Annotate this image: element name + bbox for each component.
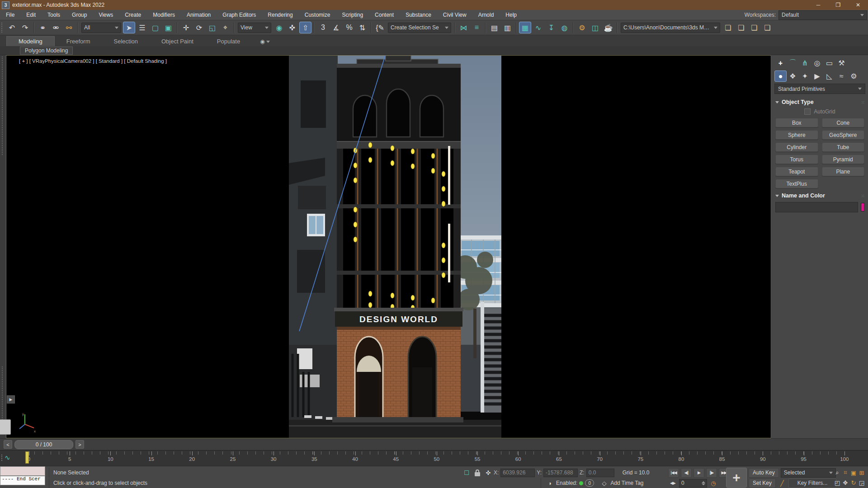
menu-item-help[interactable]: Help xyxy=(500,10,523,20)
track-bar[interactable]: ∿ 05101520253035404550556065707580859095… xyxy=(0,450,868,466)
next-frame-arrow[interactable]: > xyxy=(75,440,84,449)
select-and-manipulate-icon[interactable]: ✜ xyxy=(286,22,298,33)
new-key-tangent-icon[interactable]: ╱ xyxy=(778,479,787,488)
tab-populate[interactable]: Populate xyxy=(205,37,252,46)
x-coordinate-field[interactable]: 6039.926 xyxy=(500,469,535,477)
render-production-icon[interactable]: ☕ xyxy=(602,22,614,33)
key-mode-toggle-icon[interactable]: ◀▶ xyxy=(668,479,677,488)
menu-item-tools[interactable]: Tools xyxy=(42,10,66,20)
menu-item-scripting[interactable]: Scripting xyxy=(336,10,369,20)
layer-explorer-icon[interactable]: ▥ xyxy=(501,22,514,33)
menu-item-create[interactable]: Create xyxy=(119,10,147,20)
ribbon-toggle-icon[interactable]: ▦ xyxy=(519,22,531,33)
go-to-start-button[interactable]: |◀◀ xyxy=(668,468,679,478)
menu-item-customize[interactable]: Customize xyxy=(299,10,336,20)
primitive-category-dropdown[interactable]: Standard Primitives xyxy=(774,84,865,94)
next-frame-button[interactable]: ||▶ xyxy=(706,468,717,478)
pan-icon[interactable]: ✥ xyxy=(841,479,849,487)
select-object-icon[interactable]: ➤ xyxy=(123,22,135,33)
object-type-textplus[interactable]: TextPlus xyxy=(775,179,818,188)
create-tab-icon[interactable]: + xyxy=(774,57,787,69)
zoom-icon[interactable]: ⌕ xyxy=(833,469,841,477)
tab-freeform[interactable]: Freeform xyxy=(55,37,102,46)
keyboard-shortcut-override-icon[interactable]: ⇧ xyxy=(299,22,311,33)
timeline-ruler[interactable]: 0510152025303540455055606570758085909510… xyxy=(24,450,850,466)
select-and-move-icon[interactable]: ✛ xyxy=(180,22,192,33)
object-type-tube[interactable]: Tube xyxy=(822,142,865,152)
maxscript-mini-listener-white[interactable]: ---- End Scer xyxy=(0,476,45,485)
zoom-extents-icon[interactable]: ▣ xyxy=(849,469,858,477)
zoom-all-icon[interactable]: ⌗ xyxy=(841,469,849,477)
isolate-selection-icon[interactable]: ☐ xyxy=(462,468,471,477)
object-type-rollout-header[interactable]: Object Type ⁙ xyxy=(774,98,865,107)
angle-snap-toggle-icon[interactable]: ∡ xyxy=(330,22,342,33)
current-frame-spinner[interactable]: 0 xyxy=(679,479,707,488)
key-filters-button[interactable]: Key Filters... xyxy=(788,479,836,488)
selection-filter-dropdown[interactable]: All xyxy=(81,23,121,33)
previous-frame-button[interactable]: ◀|| xyxy=(681,468,692,478)
curve-editor-icon[interactable]: ∿ xyxy=(532,22,544,33)
tab-object-paint[interactable]: Object Paint xyxy=(150,37,205,46)
select-and-place-icon[interactable]: ⌖ xyxy=(219,22,231,33)
viewport-flyout-arrow[interactable]: ▶ xyxy=(7,395,15,404)
object-type-pyramid[interactable]: Pyramid xyxy=(822,155,865,164)
auto-key-button[interactable]: Auto Key xyxy=(749,468,779,478)
toolbar-drag-handle[interactable] xyxy=(1,22,3,33)
object-type-sphere[interactable]: Sphere xyxy=(775,130,818,140)
selection-lock-icon[interactable] xyxy=(473,468,482,477)
time-tag-count[interactable]: 0 xyxy=(585,479,594,487)
tab-selection[interactable]: Selection xyxy=(102,37,150,46)
select-and-link-icon[interactable]: ⚭ xyxy=(37,22,49,33)
space-warps-category-icon[interactable]: ≈ xyxy=(835,70,848,82)
scene-explorer-icon[interactable]: ▤ xyxy=(488,22,500,33)
tab-modeling[interactable]: Modeling xyxy=(6,36,55,46)
autogrid-checkbox[interactable] xyxy=(804,108,811,115)
menu-item-civil-view[interactable]: Civil View xyxy=(437,10,472,20)
scene-script-icon-3[interactable]: ❏ xyxy=(748,22,760,33)
hierarchy-tab-icon[interactable]: ⋔ xyxy=(799,57,811,69)
object-type-geosphere[interactable]: GeoSphere xyxy=(822,130,865,140)
object-type-torus[interactable]: Torus xyxy=(775,155,818,164)
menu-item-content[interactable]: Content xyxy=(369,10,400,20)
add-time-tag[interactable]: Add Time Tag xyxy=(610,480,643,486)
helpers-category-icon[interactable]: ◺ xyxy=(823,70,835,82)
object-type-box[interactable]: Box xyxy=(775,118,818,127)
close-button[interactable]: ✕ xyxy=(848,0,868,10)
menu-item-views[interactable]: Views xyxy=(93,10,119,20)
maximize-viewport-icon[interactable]: ◲ xyxy=(858,479,866,487)
object-name-field[interactable] xyxy=(775,202,858,212)
modify-tab-icon[interactable]: ⌒ xyxy=(787,57,799,69)
set-keys-button[interactable]: + xyxy=(726,468,747,488)
object-type-cylinder[interactable]: Cylinder xyxy=(775,142,818,152)
rectangular-selection-region-icon[interactable]: ▢ xyxy=(149,22,161,33)
bind-to-space-warp-icon[interactable]: ⚯ xyxy=(63,22,75,33)
zoom-extents-all-icon[interactable]: ⊞ xyxy=(858,469,866,477)
maxscript-mini-listener-pink[interactable] xyxy=(0,466,45,476)
menu-item-group[interactable]: Group xyxy=(66,10,93,20)
viewport-layout-tab[interactable] xyxy=(0,419,11,435)
menu-item-rendering[interactable]: Rendering xyxy=(262,10,298,20)
transform-type-in-icon[interactable]: ✜ xyxy=(484,468,493,477)
menu-item-graph-editors[interactable]: Graph Editors xyxy=(217,10,262,20)
menu-item-substance[interactable]: Substance xyxy=(400,10,437,20)
percent-snap-toggle-icon[interactable]: % xyxy=(343,22,355,33)
reference-coordinate-system-dropdown[interactable]: View xyxy=(238,23,271,33)
polygon-modeling-panel[interactable]: Polygon Modeling xyxy=(20,47,73,55)
time-slider-grip[interactable]: 0 / 100 xyxy=(14,440,73,449)
cameras-category-icon[interactable]: ▶ xyxy=(811,70,823,82)
use-pivot-point-center-icon[interactable]: ◉ xyxy=(273,22,285,33)
edit-named-selection-sets-icon[interactable]: {✎ xyxy=(374,22,386,33)
name-color-rollout-header[interactable]: Name and Color ⁙ xyxy=(774,191,865,200)
z-coordinate-field[interactable]: 0.0 xyxy=(586,469,614,477)
previous-frame-arrow[interactable]: < xyxy=(4,440,12,449)
display-tab-icon[interactable]: ▭ xyxy=(823,57,835,69)
minimize-button[interactable]: ─ xyxy=(808,0,828,10)
object-type-plane[interactable]: Plane xyxy=(822,167,865,176)
restore-button[interactable]: ❐ xyxy=(828,0,848,10)
ribbon-config-button[interactable]: ◉ xyxy=(260,38,269,46)
snaps-toggle-icon[interactable]: 3 xyxy=(317,22,329,33)
unlink-selection-icon[interactable]: ⚮ xyxy=(50,22,62,33)
current-frame-marker[interactable] xyxy=(25,451,29,464)
object-type-teapot[interactable]: Teapot xyxy=(775,167,818,176)
material-editor-icon[interactable]: ◍ xyxy=(558,22,571,33)
